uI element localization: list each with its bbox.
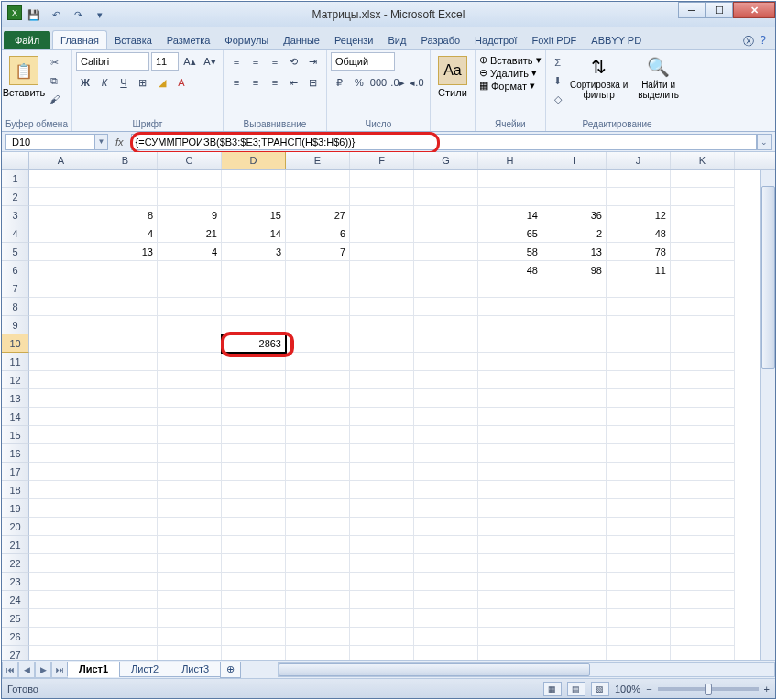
zoom-thumb[interactable] (705, 684, 712, 695)
cell-K23[interactable] (671, 573, 735, 591)
cell-C18[interactable] (158, 481, 222, 499)
cell-H22[interactable] (478, 554, 542, 573)
cell-G15[interactable] (414, 426, 478, 444)
cell-G2[interactable] (414, 188, 478, 206)
cell-F1[interactable] (350, 170, 414, 188)
row-header-26[interactable]: 26 (2, 628, 29, 646)
cell-B13[interactable] (93, 389, 158, 408)
cell-F5[interactable] (350, 243, 414, 261)
cut-button[interactable]: ✂ (46, 54, 62, 71)
cell-K2[interactable] (671, 188, 735, 206)
cell-G13[interactable] (414, 389, 478, 408)
cell-F17[interactable] (350, 463, 414, 481)
cell-K17[interactable] (671, 463, 735, 481)
cell-B21[interactable] (93, 536, 158, 554)
cell-B18[interactable] (93, 481, 158, 499)
cell-I11[interactable] (542, 353, 607, 371)
col-G[interactable]: G (414, 152, 478, 169)
decrease-indent-button[interactable]: ⇤ (285, 73, 303, 92)
row-header-23[interactable]: 23 (2, 573, 29, 591)
cell-H1[interactable] (478, 170, 542, 188)
cell-C6[interactable] (158, 261, 222, 279)
row-header-20[interactable]: 20 (2, 518, 29, 536)
border-button[interactable]: ⊞ (134, 73, 152, 92)
cell-H6[interactable]: 48 (478, 261, 542, 279)
qat-save[interactable]: 💾 (24, 5, 44, 24)
row-header-14[interactable]: 14 (2, 408, 29, 426)
decrease-decimal-button[interactable]: ◂.0 (408, 73, 426, 92)
row-header-17[interactable]: 17 (2, 463, 29, 481)
cell-C26[interactable] (158, 628, 222, 646)
cell-H13[interactable] (478, 389, 542, 408)
fx-button[interactable]: fx (115, 137, 124, 148)
cell-I17[interactable] (542, 463, 607, 481)
copy-button[interactable]: ⧉ (46, 72, 62, 89)
styles-button[interactable]: Aa Стили (434, 52, 471, 98)
tab-data[interactable]: Данные (276, 31, 327, 49)
cell-G11[interactable] (414, 353, 478, 371)
cell-K10[interactable] (671, 334, 735, 353)
cell-J17[interactable] (607, 463, 671, 481)
cell-A19[interactable] (29, 499, 93, 518)
cell-G9[interactable] (414, 316, 478, 334)
cell-J16[interactable] (607, 444, 671, 463)
font-name-select[interactable]: Calibri (76, 52, 149, 71)
cell-B26[interactable] (93, 628, 158, 646)
cell-E20[interactable] (286, 518, 350, 536)
zoom-out-button[interactable]: − (646, 684, 651, 695)
cell-D1[interactable] (222, 170, 286, 188)
row-header-18[interactable]: 18 (2, 481, 29, 499)
cell-A20[interactable] (29, 518, 93, 536)
new-sheet-button[interactable]: ⊕ (220, 662, 241, 678)
cell-K25[interactable] (671, 609, 735, 628)
orientation-button[interactable]: ⟲ (285, 52, 303, 71)
cell-D11[interactable] (222, 353, 286, 371)
cell-D13[interactable] (222, 389, 286, 408)
cell-C4[interactable]: 21 (158, 224, 222, 243)
cell-B7[interactable] (93, 279, 158, 298)
cell-F19[interactable] (350, 499, 414, 518)
cell-C7[interactable] (158, 279, 222, 298)
cell-B12[interactable] (93, 371, 158, 389)
cell-E21[interactable] (286, 536, 350, 554)
cell-J14[interactable] (607, 408, 671, 426)
cell-B15[interactable] (93, 426, 158, 444)
cell-F13[interactable] (350, 389, 414, 408)
cell-C11[interactable] (158, 353, 222, 371)
cell-H2[interactable] (478, 188, 542, 206)
cell-A16[interactable] (29, 444, 93, 463)
insert-cells-button[interactable]: ⊕Вставить ▾ (479, 54, 542, 66)
view-pagebreak-button[interactable]: ▧ (591, 682, 609, 696)
cell-G1[interactable] (414, 170, 478, 188)
cell-J4[interactable]: 48 (607, 224, 671, 243)
grow-font-button[interactable]: A▴ (181, 52, 199, 71)
cell-G18[interactable] (414, 481, 478, 499)
cell-B25[interactable] (93, 609, 158, 628)
autosum-button[interactable]: Σ (550, 54, 566, 71)
sheet-nav-last[interactable]: ⏭ (51, 662, 68, 678)
tab-view[interactable]: Вид (381, 31, 414, 49)
cell-D21[interactable] (222, 536, 286, 554)
cell-H16[interactable] (478, 444, 542, 463)
row-header-8[interactable]: 8 (2, 298, 29, 316)
horizontal-scrollbar[interactable] (278, 662, 775, 677)
cell-G14[interactable] (414, 408, 478, 426)
cell-C22[interactable] (158, 554, 222, 573)
cell-F4[interactable] (350, 224, 414, 243)
cell-G27[interactable] (414, 646, 478, 660)
row-header-24[interactable]: 24 (2, 591, 29, 609)
cell-A22[interactable] (29, 554, 93, 573)
zoom-in-button[interactable]: + (764, 684, 770, 695)
cell-F2[interactable] (350, 188, 414, 206)
row-header-19[interactable]: 19 (2, 499, 29, 518)
cell-B27[interactable] (93, 646, 158, 660)
cell-A1[interactable] (29, 170, 93, 188)
cell-C5[interactable]: 4 (158, 243, 222, 261)
cell-D25[interactable] (222, 609, 286, 628)
cell-J23[interactable] (607, 573, 671, 591)
cell-K19[interactable] (671, 499, 735, 518)
cell-C10[interactable] (158, 334, 222, 353)
cell-I9[interactable] (542, 316, 607, 334)
tab-developer[interactable]: Разрабо (413, 31, 467, 49)
cell-G24[interactable] (414, 591, 478, 609)
